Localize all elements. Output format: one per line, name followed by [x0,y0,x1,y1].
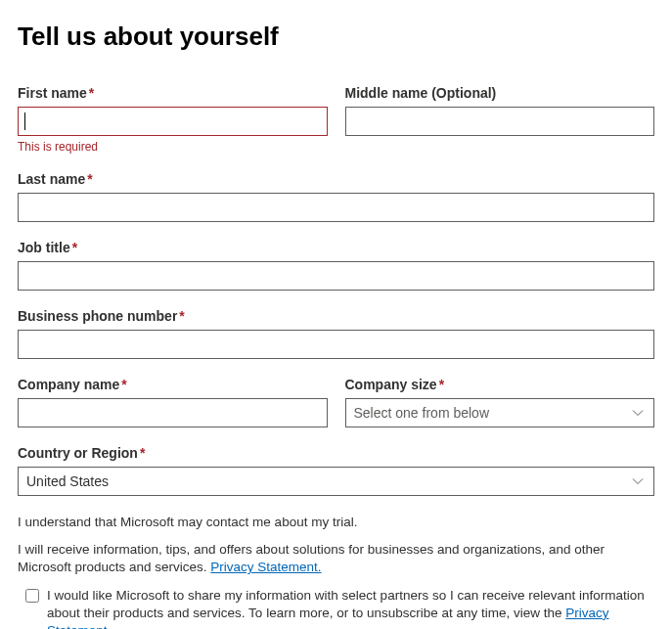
partner-share-text: I would like Microsoft to share my infor… [47,587,654,629]
chevron-down-icon [632,409,644,417]
country-selected-value: United States [26,473,109,489]
country-label: Country or Region* [18,445,654,461]
last-name-label: Last name* [18,171,654,187]
middle-name-label: Middle name (Optional) [345,85,655,101]
job-title-field[interactable] [18,261,654,291]
middle-name-field[interactable] [345,107,655,136]
company-name-label: Company name* [18,377,328,392]
chevron-down-icon [632,477,644,485]
first-name-label: First name* [18,85,328,101]
privacy-statement-link[interactable]: Privacy Statement. [210,560,321,574]
job-title-label: Job title* [18,240,654,255]
first-name-error: This is required [18,140,328,154]
company-size-select[interactable]: Select one from below [345,398,655,427]
business-phone-label: Business phone number* [18,308,654,324]
trial-contact-text: I understand that Microsoft may contact … [18,514,654,531]
first-name-field[interactable] [18,107,328,136]
text-cursor [24,112,25,130]
company-name-field[interactable] [18,398,328,427]
last-name-field[interactable] [18,193,654,222]
company-size-placeholder: Select one from below [354,405,490,421]
country-select[interactable]: United States [18,467,654,496]
page-title: Tell us about yourself [18,22,654,52]
tips-info-text: I will receive information, tips, and of… [18,541,654,576]
business-phone-field[interactable] [18,330,654,359]
partner-share-checkbox[interactable] [25,589,39,603]
company-size-label: Company size* [345,377,655,392]
